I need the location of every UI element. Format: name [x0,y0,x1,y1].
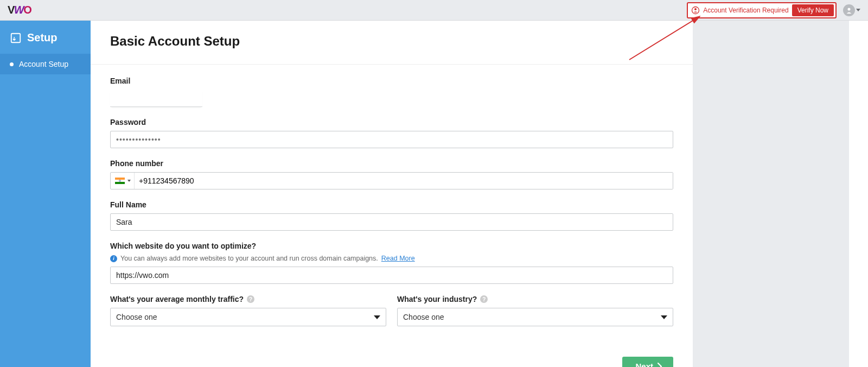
verification-text: Account Verification Required [703,7,788,14]
industry-select-value: Choose one [403,313,444,321]
phone-label: Phone number [110,159,673,168]
logo-letter-w: W [14,4,24,16]
chevron-right-icon [658,363,662,368]
chevron-down-icon [856,9,860,11]
sidebar-item-account-setup[interactable]: Account Setup [0,54,91,74]
topbar: VWO Account Verification Required Verify… [0,0,868,21]
svg-rect-5 [115,178,125,180]
svg-rect-7 [115,182,125,184]
logo-letter-o: O [23,4,31,16]
sidebar-item-label: Account Setup [19,60,68,68]
field-website: Which website do you want to optimize? i… [110,242,673,284]
verification-callout: Account Verification Required Verify Now [687,2,837,18]
svg-rect-3 [11,33,21,42]
fullname-label: Full Name [110,200,673,209]
right-gutter [693,21,849,367]
field-email: Email [110,77,673,107]
industry-select[interactable]: Choose one [397,308,673,326]
sidebar-title: Setup [0,21,91,54]
website-hint-text: You can always add more websites to your… [120,255,378,262]
phone-input-group [110,172,673,189]
page-title: Basic Account Setup [110,34,673,49]
svg-point-1 [694,8,697,10]
help-icon[interactable]: ? [247,295,254,303]
verify-now-button[interactable]: Verify Now [792,4,834,16]
form-actions: Next [110,357,673,367]
field-fullname: Full Name [110,200,673,231]
traffic-label: What's your average monthly traffic? ? [110,295,386,303]
chevron-down-icon [374,315,380,319]
next-button-label: Next [635,362,653,367]
bullet-icon [10,62,14,66]
website-input[interactable] [110,267,673,284]
main-content: Basic Account Setup Email Password Phone… [91,21,693,367]
flag-india-icon [115,178,125,184]
info-icon: i [110,255,117,262]
field-phone: Phone number [110,159,673,189]
country-code-selector[interactable] [111,173,135,189]
topbar-right: Account Verification Required Verify Now [687,2,860,18]
email-label: Email [110,77,673,85]
read-more-link[interactable]: Read More [381,255,415,262]
help-icon[interactable]: ? [480,295,488,303]
email-input[interactable] [110,90,202,107]
chevron-down-icon [661,315,667,319]
sidebar: Setup Account Setup [0,21,91,367]
next-button[interactable]: Next [622,357,673,367]
password-label: Password [110,118,673,126]
traffic-select[interactable]: Choose one [110,308,386,326]
fullname-input[interactable] [110,213,673,231]
field-password: Password [110,118,673,148]
phone-input[interactable] [135,173,673,189]
chevron-down-icon [127,180,131,182]
traffic-label-text: What's your average monthly traffic? [110,295,244,303]
setup-icon [10,32,22,44]
password-input[interactable] [110,131,673,148]
field-industry: What's your industry? ? Choose one [397,295,673,326]
traffic-select-value: Choose one [116,313,157,321]
divider [91,64,693,65]
industry-label-text: What's your industry? [397,295,477,303]
avatar-icon [843,4,855,16]
website-hint: i You can always add more websites to yo… [110,255,673,262]
brand-logo[interactable]: VWO [8,4,31,16]
account-menu[interactable] [843,4,860,16]
field-traffic: What's your average monthly traffic? ? C… [110,295,386,326]
svg-point-2 [848,8,851,10]
website-label: Which website do you want to optimize? [110,242,673,250]
sidebar-title-text: Setup [27,31,58,44]
verification-alert-icon [691,6,700,15]
industry-label: What's your industry? ? [397,295,673,303]
